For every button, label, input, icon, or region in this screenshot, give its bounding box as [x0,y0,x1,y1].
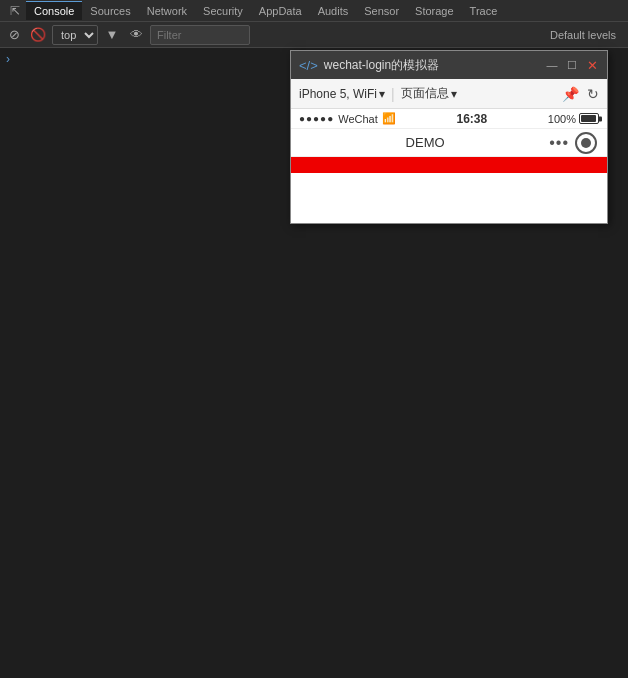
phone-frame: ●●●●● WeChat 📶 16:38 100% DEMO ••• [291,109,607,223]
tab-sensor[interactable]: Sensor [356,2,407,20]
record-button[interactable] [575,132,597,154]
wifi-icon: 📶 [382,112,396,125]
carrier-label: WeChat [338,113,378,125]
tab-trace[interactable]: Trace [462,2,506,20]
tab-network[interactable]: Network [139,2,195,20]
tab-audits[interactable]: Audits [310,2,357,20]
main-area: › </> wechat-login的模拟器 — ☐ ✕ iPhone 5, W… [0,48,628,678]
page-info-label: 页面信息 [401,85,449,102]
close-button[interactable]: ✕ [585,58,599,72]
minimize-button[interactable]: — [545,58,559,72]
tab-sources[interactable]: Sources [82,2,138,20]
battery-icon [579,113,599,124]
simulator-toolbar: iPhone 5, WiFi ▾ | 页面信息 ▾ 📌 ↻ [291,79,607,109]
red-divider-1 [291,157,607,165]
signal-dots: ●●●●● [299,113,334,124]
devtools-toolbar: ⊘ 🚫 top ▼ 👁 Default levels [0,22,628,48]
refresh-icon[interactable]: ↻ [587,86,599,102]
restore-button[interactable]: ☐ [565,58,579,72]
devtools-cursor-icon[interactable]: ⇱ [4,1,26,21]
clear-console-button[interactable]: ⊘ [4,25,24,45]
toolbar-divider: | [391,86,395,102]
pin-icon[interactable]: 📌 [562,86,579,102]
page-info-icon: ▾ [451,87,457,101]
tab-storage[interactable]: Storage [407,2,462,20]
page-info-button[interactable]: 页面信息 ▾ [401,85,457,102]
simulator-title-icon: </> [299,58,318,73]
phone-content [291,157,607,223]
tab-console[interactable]: Console [26,1,82,20]
filter-input[interactable] [150,25,250,45]
titlebar-controls: — ☐ ✕ [545,58,599,72]
device-select-button[interactable]: iPhone 5, WiFi ▾ [299,87,385,101]
white-bottom-area [291,173,607,223]
battery-percentage: 100% [548,113,576,125]
signal-indicator: ●●●●● WeChat 📶 [299,112,396,125]
device-name-label: iPhone 5, WiFi [299,87,377,101]
simulator-title: wechat-login的模拟器 [324,57,545,74]
sim-toolbar-right: 📌 ↻ [562,86,599,102]
simulator-titlebar: </> wechat-login的模拟器 — ☐ ✕ [291,51,607,79]
phone-time: 16:38 [396,112,548,126]
phone-navbar: DEMO ••• [291,129,607,157]
eye-icon[interactable]: 👁 [126,25,146,45]
simulator-window: </> wechat-login的模拟器 — ☐ ✕ iPhone 5, WiF… [290,50,608,224]
app-title: DEMO [301,135,549,150]
device-dropdown-icon: ▾ [379,87,385,101]
devtools-tabbar: ⇱ Console Sources Network Security AppDa… [0,0,628,22]
record-inner [581,138,591,148]
battery-fill [581,115,596,122]
tab-security[interactable]: Security [195,2,251,20]
red-divider-2 [291,165,607,173]
filter-toggle-icon[interactable]: ▼ [102,25,122,45]
block-button[interactable]: 🚫 [28,25,48,45]
battery-area: 100% [548,113,599,125]
nav-dots[interactable]: ••• [549,134,569,152]
phone-statusbar: ●●●●● WeChat 📶 16:38 100% [291,109,607,129]
tab-appdata[interactable]: AppData [251,2,310,20]
default-levels-label[interactable]: Default levels [550,29,624,41]
context-select[interactable]: top [52,25,98,45]
